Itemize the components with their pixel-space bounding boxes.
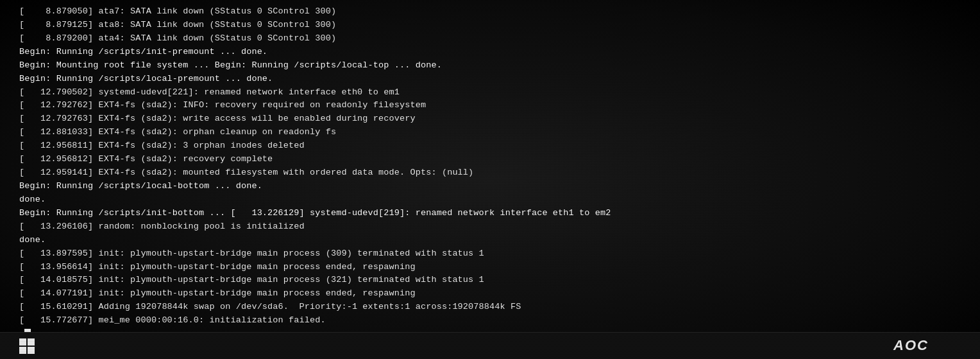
terminal-line: [ 12.959141] EXT4-fs (sda2): mounted fil…	[19, 166, 961, 180]
terminal-line: [ 8.879200] ata4: SATA link down (SStatu…	[19, 32, 961, 46]
terminal-line: [ 14.077191] init: plymouth-upstart-brid…	[19, 287, 961, 301]
brand-logo: AOC	[893, 337, 929, 354]
terminal-line: Begin: Running /scripts/init-bottom ... …	[19, 207, 961, 220]
terminal-line: done.	[19, 234, 961, 247]
screen: [ 8.879050] ata7: SATA link down (SStatu…	[0, 0, 980, 359]
terminal-line: [ 12.881033] EXT4-fs (sda2): orphan clea…	[19, 126, 961, 139]
terminal-line: Begin: Running /scripts/init-premount ..…	[19, 46, 961, 59]
terminal-line: Begin: Running /scripts/local-bottom ...…	[19, 180, 961, 193]
terminal-line: Begin: Mounting root file system ... Beg…	[19, 59, 961, 73]
terminal-line: [ 13.956614] init: plymouth-upstart-brid…	[19, 261, 961, 274]
terminal-line: [ 12.790502] systemd-udevd[221]: renamed…	[19, 86, 961, 100]
terminal-line: [ 8.879050] ata7: SATA link down (SStatu…	[19, 5, 961, 19]
bottom-left	[19, 338, 35, 354]
terminal-line: [ 12.792763] EXT4-fs (sda2): write acces…	[19, 112, 961, 126]
terminal-cursor	[24, 329, 31, 332]
terminal-line: [ 13.897595] init: plymouth-upstart-brid…	[19, 247, 961, 261]
terminal-line: Begin: Running /scripts/local-premount .…	[19, 73, 961, 86]
terminal-area: [ 8.879050] ata7: SATA link down (SStatu…	[0, 0, 980, 332]
terminal-line: [ 15.610291] Adding 192078844k swap on /…	[19, 301, 961, 314]
windows-icon	[19, 338, 35, 354]
terminal-line: [ 8.879125] ata8: SATA link down (SStatu…	[19, 19, 961, 32]
terminal-line: -	[19, 328, 961, 332]
terminal-line: [ 13.296106] random: nonblocking pool is…	[19, 220, 961, 234]
terminal-line: [ 12.792762] EXT4-fs (sda2): INFO: recov…	[19, 99, 961, 112]
terminal-line: [ 12.956812] EXT4-fs (sda2): recovery co…	[19, 153, 961, 166]
terminal-line: [ 15.772677] mei_me 0000:00:16.0: initia…	[19, 314, 961, 328]
terminal-line: done.	[19, 193, 961, 207]
terminal-line: [ 14.018575] init: plymouth-upstart-brid…	[19, 274, 961, 287]
terminal-line: [ 12.956811] EXT4-fs (sda2): 3 orphan in…	[19, 139, 961, 153]
bottom-bar: AOC	[0, 332, 980, 359]
